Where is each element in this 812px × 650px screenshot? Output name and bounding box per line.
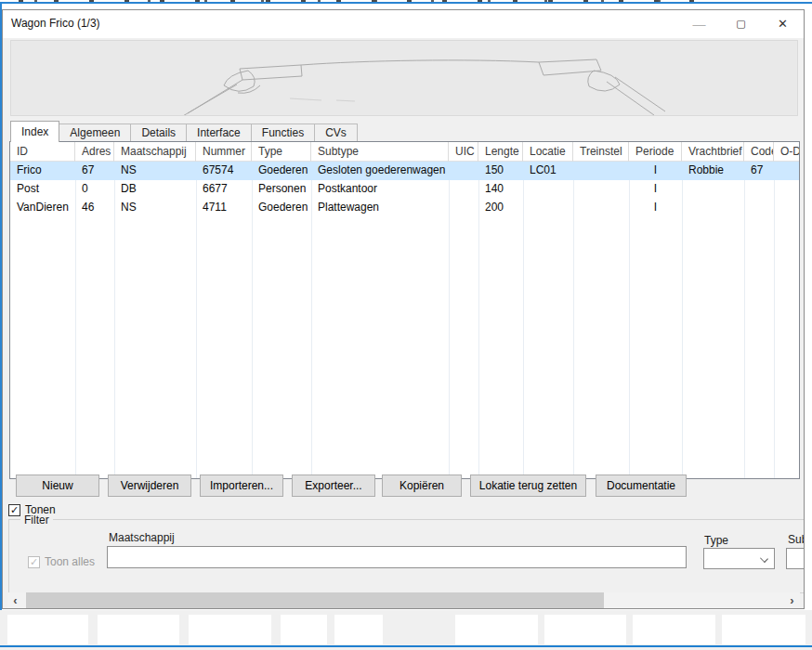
table-row[interactable]: Post 0 DB 6677 Personen Postkantoor 140 … [10,180,799,199]
maatschappij-input[interactable] [107,546,687,568]
cell-id: Post [10,180,75,199]
background-button[interactable] [722,615,805,644]
column-header-uic[interactable]: UIC [449,142,478,162]
tab-interface[interactable]: Interface [186,124,252,142]
toon-alles-checkbox: ✓ Toon alles [28,555,95,568]
export-button[interactable]: Exporteer... [292,474,375,497]
cell-uic [449,162,478,180]
column-header-adres[interactable]: Adres [75,142,114,162]
maatschappij-label: Maatschappij [109,531,175,544]
background-button[interactable] [455,615,538,644]
background-button[interactable] [7,615,88,644]
subtype-label: Sub [788,533,805,546]
column-header-od[interactable]: O-D [774,142,800,162]
wagon-dialog: Wagon Frico (1/3) — ▢ ✕ [2,9,805,609]
cell-subtype: Plattewagen [311,199,449,217]
column-header-maatschappij[interactable]: Maatschappij [114,142,196,162]
table-header: ID Adres Maatschappij Nummer Type Subtyp… [10,142,799,162]
column-header-treinstel[interactable]: Treinstel [573,142,629,162]
cell-subtype: Gesloten goederenwagen [311,162,449,180]
maximize-button-icon[interactable]: ▢ [720,10,762,37]
subtype-dropdown[interactable] [786,548,805,569]
table-row[interactable]: Frico 67 NS 67574 Goederen Gesloten goed… [10,162,799,180]
tab-index[interactable]: Index [10,121,59,142]
scrollbar-thumb[interactable] [26,592,604,608]
scroll-right-icon[interactable]: › [784,592,800,608]
column-header-periode[interactable]: Periode [629,142,682,162]
cell-maatschappij: NS [114,199,196,217]
tab-strip: Index Algemeen Details Interface Functie… [10,121,357,142]
cell-lengte: 140 [478,180,523,199]
screen: Wagon Frico (1/3) — ▢ ✕ [0,0,812,650]
cell-vrachtbrief [682,180,744,199]
background-window-bottom [0,610,812,650]
cell-adres: 0 [75,180,114,199]
background-button[interactable] [98,615,179,644]
tab-details[interactable]: Details [130,124,187,142]
copy-button[interactable]: Kopiëren [382,474,462,497]
column-header-locatie[interactable]: Locatie [523,142,573,162]
cell-adres: 67 [75,162,114,180]
cell-id: VanDieren [10,199,75,217]
title-bar[interactable]: Wagon Frico (1/3) — ▢ ✕ [3,10,804,38]
wagon-preview-panel [10,40,798,116]
window-title: Wagon Frico (1/3) [11,17,100,30]
scroll-left-icon[interactable]: ‹ [7,592,23,608]
column-header-vrachtbrief[interactable]: Vrachtbrief [682,142,744,162]
filter-group: Filter ✓ Toon alles Maatschappij Type Su… [8,519,805,593]
cell-vrachtbrief: Robbie [682,162,744,180]
column-header-id[interactable]: ID [10,142,75,162]
caption-buttons: — ▢ ✕ [678,10,804,37]
cell-vrachtbrief [682,199,744,217]
column-header-code[interactable]: Code [744,142,774,162]
background-button[interactable] [281,615,327,644]
cell-periode: I [629,162,682,180]
background-window-border-top [0,2,812,4]
cell-locatie [523,180,573,199]
cell-type: Personen [252,180,311,199]
cell-nummer: 67574 [196,162,252,180]
minimize-button-icon[interactable]: — [678,10,720,37]
cell-treinstel [573,162,629,180]
cell-lengte: 200 [478,199,523,217]
tab-functies[interactable]: Functies [251,124,315,142]
cell-maatschappij: DB [114,180,196,199]
cell-adres: 46 [75,199,114,217]
cell-periode: I [629,180,682,199]
column-header-lengte[interactable]: Lengte [478,142,523,162]
cell-subtype: Postkantoor [311,180,449,199]
background-button[interactable] [189,615,271,644]
documentation-button[interactable]: Documentatie [596,474,687,497]
background-button[interactable] [633,615,715,644]
cell-id: Frico [10,162,75,180]
cell-uic [449,180,478,199]
background-window-border-bottom [0,645,812,647]
column-header-type[interactable]: Type [252,142,311,162]
cell-od [774,162,800,180]
cell-locatie: LC01 [523,162,573,180]
column-header-subtype[interactable]: Subtype [311,142,449,162]
table-body: Frico 67 NS 67574 Goederen Gesloten goed… [10,162,799,217]
cell-type: Goederen [252,162,311,180]
horizontal-scrollbar[interactable]: ‹ › [7,592,800,608]
tab-algemeen[interactable]: Algemeen [59,124,131,142]
tab-cvs[interactable]: CVs [314,124,358,142]
column-header-nummer[interactable]: Nummer [196,142,252,162]
cell-od [774,180,800,199]
delete-button[interactable]: Verwijderen [108,474,191,497]
import-button[interactable]: Importeren... [200,474,283,497]
cell-type: Goederen [252,199,311,217]
toon-alles-label: Toon alles [45,555,95,568]
background-button[interactable] [544,615,626,644]
table-row[interactable]: VanDieren 46 NS 4711 Goederen Plattewage… [10,199,799,217]
reset-location-button[interactable]: Lokatie terug zetten [470,474,586,497]
wagon-sketch-image [11,41,797,115]
close-button-icon[interactable]: ✕ [762,10,804,37]
checkbox-checked-icon: ✓ [8,504,20,516]
type-dropdown[interactable] [703,548,775,569]
cell-maatschappij: NS [114,162,196,180]
background-button[interactable] [334,615,383,644]
cell-locatie [523,199,573,217]
cell-code [744,180,774,199]
new-button[interactable]: Nieuw [16,474,99,497]
